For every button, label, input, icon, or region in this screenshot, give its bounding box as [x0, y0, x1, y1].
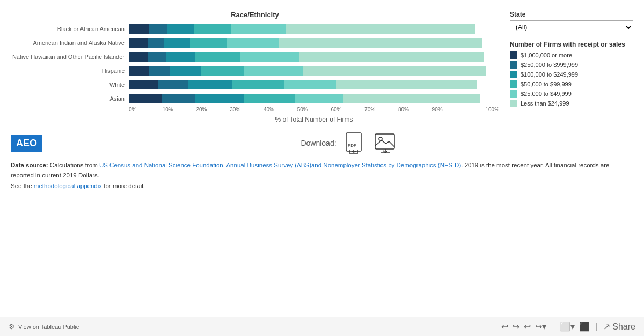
- bar-segments: [129, 94, 499, 103]
- x-tick: 90%: [432, 107, 466, 113]
- bar-segment: [162, 94, 195, 103]
- toolbar-divider2: [596, 323, 597, 331]
- legend-item: Less than $24,999: [510, 100, 633, 107]
- legend-color-swatch: [510, 80, 517, 88]
- x-tick: 50%: [297, 107, 331, 113]
- state-label: State: [510, 11, 633, 18]
- bar-segment: [129, 24, 149, 34]
- x-tick: 70%: [364, 107, 398, 113]
- datasource-text: Data source: Calculations from US Census…: [11, 162, 609, 189]
- legend-item-label: $250,000 to $999,999: [521, 62, 578, 68]
- bar-segment: [129, 94, 162, 103]
- bar-segment: [148, 38, 164, 48]
- pdf-download-icon[interactable]: PDF: [345, 132, 365, 154]
- bar-segment: [284, 80, 336, 89]
- bar-label: White: [11, 81, 129, 88]
- aeo-logo: AEO: [11, 135, 42, 152]
- bar-segment: [129, 66, 149, 76]
- legend-title: Number of Firms with receipt or sales: [510, 41, 633, 48]
- bar-row: Black or African American: [11, 23, 499, 35]
- x-tick: 80%: [398, 107, 432, 113]
- bar-segment: [195, 94, 244, 103]
- legend-color-swatch: [510, 90, 517, 98]
- x-tick: 40%: [264, 107, 297, 113]
- bar-segment: [190, 38, 227, 48]
- share-button[interactable]: ↗ Share: [603, 322, 635, 332]
- legend-color-swatch: [510, 51, 517, 59]
- bar-segment: [129, 80, 158, 89]
- image-download-icon[interactable]: [374, 132, 397, 154]
- x-tick: 60%: [331, 107, 364, 113]
- x-tick: 100%: [465, 107, 499, 113]
- bar-segments: [129, 38, 499, 48]
- datasource-link2[interactable]: methodological appendix: [34, 183, 102, 189]
- bar-segment: [279, 38, 482, 48]
- x-tick: 10%: [163, 107, 196, 113]
- bar-segment: [149, 24, 168, 34]
- bar-row: Asian: [11, 93, 499, 104]
- bar-segments: [129, 66, 499, 76]
- bar-segment: [231, 24, 287, 34]
- toolbar-divider: [553, 323, 553, 331]
- legend-color-swatch: [510, 71, 517, 78]
- bar-chart: Black or African AmericanAmerican Indian…: [11, 23, 499, 104]
- datasource-link1[interactable]: US Census and National Science Foundatio…: [99, 162, 461, 168]
- bar-row: American Indian and Alaska Native: [11, 37, 499, 49]
- device-button[interactable]: ⬜▾: [560, 322, 575, 332]
- bar-segment: [303, 66, 486, 76]
- redo-button[interactable]: ↪: [513, 322, 519, 332]
- x-axis-label: % of Total Number of Firms: [129, 116, 499, 123]
- bar-segment: [232, 80, 284, 89]
- bar-segments: [129, 52, 499, 62]
- legend-item: $1,000,000 or more: [510, 51, 633, 59]
- svg-rect-5: [375, 134, 394, 149]
- bar-segment: [244, 94, 296, 103]
- bar-segments: [129, 24, 499, 34]
- tableau-view-label[interactable]: ⚙ View on Tableau Public: [9, 323, 79, 331]
- legend-item: $100,000 to $249,999: [510, 71, 633, 78]
- bar-label: Black or African American: [11, 26, 129, 32]
- bar-segment: [148, 52, 166, 62]
- bottom-toolbar: ⚙ View on Tableau Public ↩ ↪ ↩ ↪▾ ⬜▾ ⬛ ↗…: [0, 317, 644, 336]
- svg-point-6: [379, 137, 382, 140]
- bar-row: White: [11, 79, 499, 91]
- bar-label: American Indian and Alaska Native: [11, 40, 129, 46]
- x-tick: 20%: [196, 107, 230, 113]
- bar-segment: [149, 66, 170, 76]
- bar-segment: [240, 52, 299, 62]
- legend-item-label: $50,000 to $99,999: [521, 81, 572, 87]
- bar-label: Asian: [11, 95, 129, 102]
- legend-item-label: $100,000 to $249,999: [521, 71, 578, 78]
- bar-label: Native Hawaiian and Other Pacific Island…: [11, 54, 129, 60]
- legend-item: $250,000 to $999,999: [510, 61, 633, 69]
- x-tick: 30%: [230, 107, 264, 113]
- legend-item-label: $25,000 to $49,999: [521, 91, 572, 97]
- undo-button[interactable]: ↩: [501, 322, 508, 332]
- bar-segment: [295, 94, 343, 103]
- bar-segment: [166, 52, 195, 62]
- bar-row: Native Hawaiian and Other Pacific Island…: [11, 51, 499, 63]
- legend-item-label: $1,000,000 or more: [521, 52, 572, 58]
- forward-dropdown[interactable]: ↪▾: [535, 322, 546, 332]
- legend-color-swatch: [510, 100, 517, 107]
- bar-segment: [194, 24, 231, 34]
- bar-segment: [164, 38, 190, 48]
- bar-label: Hispanic: [11, 68, 129, 74]
- fullscreen-button[interactable]: ⬛: [579, 322, 590, 332]
- bar-segment: [195, 52, 240, 62]
- bar-segments: [129, 80, 499, 89]
- bar-segment: [158, 80, 188, 89]
- bar-segment: [227, 38, 279, 48]
- state-select[interactable]: (All): [510, 20, 633, 34]
- legend-item: $25,000 to $49,999: [510, 90, 633, 98]
- bar-segment: [129, 38, 148, 48]
- back-button[interactable]: ↩: [524, 322, 531, 332]
- download-label: Download:: [301, 139, 336, 147]
- legend-item-label: Less than $24,999: [521, 100, 569, 107]
- bar-segment: [336, 80, 477, 89]
- svg-text:PDF: PDF: [348, 143, 356, 148]
- x-tick: 0%: [129, 107, 163, 113]
- bar-segment: [286, 24, 475, 34]
- datasource-prefix: Data source:: [11, 162, 48, 168]
- bar-segment: [188, 80, 232, 89]
